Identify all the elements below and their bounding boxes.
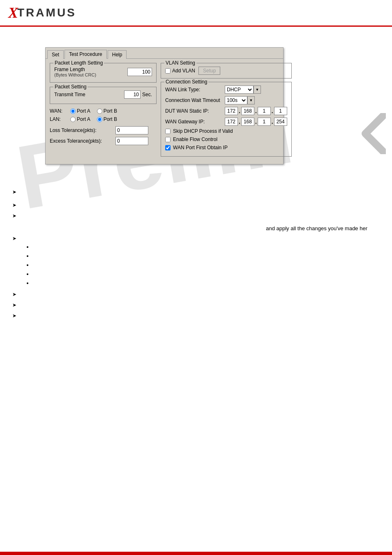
frame-length-row: Frame Length (Bytes Without CRC) 100 bbox=[54, 67, 152, 77]
enable-flow-checkbox[interactable] bbox=[165, 137, 171, 142]
wan-link-label: WAN Link Type: bbox=[165, 87, 225, 92]
dot-3: . bbox=[272, 108, 273, 114]
dialog-body: Packet Length Setting Frame Length (Byte… bbox=[46, 59, 283, 164]
apply-text: and apply all the changes you've made he… bbox=[12, 225, 380, 231]
enable-flow-label: Enable Flow Control bbox=[173, 136, 217, 142]
arrow-item-5 bbox=[12, 291, 380, 298]
add-vlan-check[interactable] bbox=[165, 68, 171, 74]
dut-ip-4[interactable] bbox=[274, 107, 287, 115]
list-item-1 bbox=[33, 244, 380, 251]
vlan-group: VLAN Setting Add VLAN Setup bbox=[161, 63, 292, 79]
gw-ip-2[interactable] bbox=[241, 118, 254, 126]
wan-first-checkbox[interactable] bbox=[165, 145, 171, 150]
wan-first-label: WAN Port First Obtain IP bbox=[173, 145, 228, 150]
footer-bar bbox=[0, 552, 392, 555]
excess-tolerance-label: Excess Tolerance(pkts): bbox=[50, 138, 115, 144]
wan-port-a-label: Port A bbox=[77, 108, 90, 114]
loss-tolerance-input[interactable] bbox=[115, 126, 148, 134]
wan-first-row: WAN Port First Obtain IP bbox=[165, 145, 287, 150]
transmit-unit: Sec. bbox=[142, 92, 152, 97]
arrow-item-4 bbox=[12, 235, 380, 242]
wan-gw-row: WAN Gateway IP: . . . bbox=[165, 118, 287, 126]
wan-port-b-label: Port B bbox=[104, 108, 117, 114]
wan-radio-row: WAN: Port A Port B bbox=[50, 108, 157, 114]
lan-port-b-radio[interactable] bbox=[97, 117, 102, 122]
bullet-list bbox=[12, 244, 380, 287]
dot-2: . bbox=[255, 108, 257, 114]
main-content: Set Test Procedure Help Packet Length Se… bbox=[0, 27, 392, 181]
logo-text: TRAMUS bbox=[17, 6, 76, 19]
gw-ip-4[interactable] bbox=[274, 118, 287, 126]
dut-wan-ip-field: . . . bbox=[225, 107, 287, 115]
wan-link-row: WAN Link Type: DHCP ▼ bbox=[165, 86, 287, 94]
wan-port-a-radio[interactable] bbox=[70, 109, 76, 114]
logo-x: X bbox=[8, 4, 17, 21]
loss-tolerance-label: Loss Tolerance(pkts): bbox=[50, 127, 115, 133]
vlan-row: Add VLAN Setup bbox=[165, 67, 287, 75]
right-panel: VLAN Setting Add VLAN Setup Connection S… bbox=[161, 63, 292, 160]
add-vlan-label: Add VLAN bbox=[172, 68, 195, 74]
skip-dhcp-checkbox[interactable] bbox=[165, 129, 171, 134]
lan-label: LAN: bbox=[50, 116, 70, 122]
dut-ip-2[interactable] bbox=[241, 107, 254, 115]
dot-1: . bbox=[239, 108, 240, 114]
lan-radio-row: LAN: Port A Port B bbox=[50, 116, 157, 122]
transmit-label: Transmit Time bbox=[54, 92, 124, 97]
conn-wait-row: Connection Wait Timeout 100s ▼ bbox=[165, 96, 287, 104]
left-panel: Packet Length Setting Frame Length (Byte… bbox=[50, 63, 157, 160]
dut-ip-1[interactable] bbox=[225, 107, 238, 115]
wan-gw-ip-field: . . . bbox=[225, 118, 287, 126]
frame-length-input[interactable]: 100 bbox=[127, 68, 152, 76]
vlan-title: VLAN Setting bbox=[164, 60, 196, 66]
arrow-item-6 bbox=[12, 301, 380, 309]
tolerance-section: Loss Tolerance(pkts): Excess Tolerance(p… bbox=[50, 126, 157, 145]
list-item-3 bbox=[33, 262, 380, 269]
wan-port-b-radio[interactable] bbox=[97, 109, 102, 114]
bytes-label: (Bytes Without CRC) bbox=[54, 72, 96, 77]
gw-dot-3: . bbox=[272, 118, 273, 125]
packet-length-title: Packet Length Setting bbox=[53, 60, 104, 66]
setup-button[interactable]: Setup bbox=[198, 67, 220, 75]
wan-link-arrow[interactable]: ▼ bbox=[254, 86, 261, 94]
list-item-4 bbox=[33, 271, 380, 278]
wan-lan-section: WAN: Port A Port B LAN: bbox=[50, 108, 157, 122]
skip-dhcp-label: Skip DHCP Process if Valid bbox=[173, 128, 233, 134]
skip-dhcp-row: Skip DHCP Process if Valid bbox=[165, 128, 287, 134]
add-vlan-checkbox[interactable]: Add VLAN bbox=[165, 68, 195, 74]
conn-wait-label: Connection Wait Timeout bbox=[165, 97, 225, 103]
dut-wan-label: DUT WAN Static IP: bbox=[165, 108, 225, 114]
lan-port-b-option[interactable]: Port B bbox=[97, 116, 117, 122]
header: X TRAMUS bbox=[0, 0, 392, 27]
transmit-row: Transmit Time Sec. bbox=[54, 90, 152, 99]
tab-set[interactable]: Set bbox=[47, 50, 64, 59]
lan-port-a-label: Port A bbox=[77, 116, 90, 122]
lan-port-a-radio[interactable] bbox=[70, 117, 76, 122]
arrow-item-7 bbox=[12, 312, 380, 319]
transmit-input[interactable] bbox=[124, 90, 141, 99]
packet-setting-title: Packet Setting bbox=[53, 84, 88, 90]
connection-title: Connection Setting bbox=[164, 79, 208, 85]
wan-port-a-option[interactable]: Port A bbox=[70, 108, 90, 114]
loss-tolerance-row: Loss Tolerance(pkts): bbox=[50, 126, 157, 134]
gw-ip-1[interactable] bbox=[225, 118, 238, 126]
arrow-decoration bbox=[361, 113, 386, 155]
list-item-5 bbox=[33, 280, 380, 287]
dut-wan-ip-row: DUT WAN Static IP: . . . bbox=[165, 107, 287, 115]
dut-ip-3[interactable] bbox=[258, 107, 271, 115]
gw-ip-3[interactable] bbox=[258, 118, 271, 126]
arrow-item-2 bbox=[12, 201, 380, 209]
tab-test-procedure[interactable]: Test Procedure bbox=[65, 50, 107, 59]
wan-link-select[interactable]: DHCP bbox=[225, 86, 254, 94]
gw-dot-1: . bbox=[239, 118, 240, 125]
packet-setting-group: Packet Setting Transmit Time Sec. bbox=[50, 87, 157, 104]
excess-tolerance-input[interactable] bbox=[115, 137, 148, 145]
enable-flow-row: Enable Flow Control bbox=[165, 136, 287, 142]
dialog-window: Set Test Procedure Help Packet Length Se… bbox=[45, 47, 284, 164]
tab-help[interactable]: Help bbox=[108, 50, 127, 59]
list-item-2 bbox=[33, 253, 380, 260]
lan-port-a-option[interactable]: Port A bbox=[70, 116, 90, 122]
packet-length-group: Packet Length Setting Frame Length (Byte… bbox=[50, 63, 157, 83]
conn-wait-arrow[interactable]: ▼ bbox=[247, 96, 255, 104]
wan-port-b-option[interactable]: Port B bbox=[97, 108, 117, 114]
conn-wait-select[interactable]: 100s bbox=[225, 96, 247, 104]
